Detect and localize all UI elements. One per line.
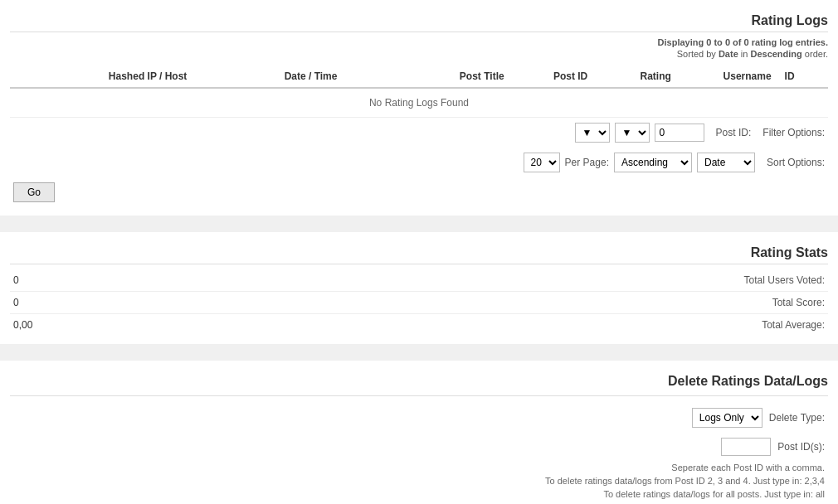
sort-options-label: Sort Options: [767,157,825,168]
total-users-voted-label: Total Users Voted: [744,274,825,286]
sort-field-label: Date [719,49,738,59]
total-users-voted-value: 0 [13,274,19,286]
post-id-filter-label: Post ID: [716,127,752,138]
divider-2 [0,352,838,361]
delete-ratings-section: Delete Ratings Data/Logs Logs Only All D… [0,361,838,504]
help-example1: To delete ratings data/logs from Post ID… [10,474,828,487]
sort-options-row: 20 Per Page: Ascending Descending Date P… [10,148,828,177]
delete-type-select[interactable]: Logs Only All [692,408,762,428]
rating-logs-title: Rating Logs [10,8,828,32]
filter-dropdown-1[interactable]: ▼ [575,123,610,143]
post-ids-input[interactable] [721,438,771,456]
per-page-label: Per Page: [565,157,609,168]
col-header-id: ID [778,65,828,88]
rating-stats-section: Rating Stats 0 Total Users Voted: 0 Tota… [0,232,838,344]
total-score-label: Total Score: [772,297,825,308]
display-0c: 0 [744,37,749,47]
delete-type-row: Logs Only All Delete Type: [10,403,828,433]
table-header-row: Hashed IP / Host Date / Time Post Title … [10,65,828,88]
post-id-filter-input[interactable] [655,124,704,142]
divider-1 [0,224,838,232]
sort-info: Sorted by Date in Descending order. [10,49,828,59]
help-example2: To delete ratings data/logs for all post… [10,487,828,501]
display-info: Displaying 0 to 0 of 0 rating log entrie… [10,37,828,47]
col-header-post-id: Post ID [511,65,595,88]
filter-options-row: ▼ ▼ Post ID: Filter Options: [10,118,828,148]
total-average-label: Total Average: [762,319,825,331]
stats-total-score-row: 0 Total Score: [10,292,828,314]
col-header-date-time: Date / Time [193,65,343,88]
col-header-hashed-ip: Hashed IP / Host [10,65,193,88]
stats-total-average-row: 0,00 Total Average: [10,314,828,336]
no-logs-message: No Rating Logs Found [10,88,828,118]
post-id-row: Post ID(s): [10,433,828,461]
help-separate: Seperate each Post ID with a comma. [10,461,828,474]
post-ids-label: Post ID(s): [777,441,825,453]
display-info-text: Displaying 0 to 0 of 0 rating log entrie… [658,37,828,47]
filter-dropdown-2[interactable]: ▼ [615,123,650,143]
total-average-value: 0,00 [13,319,32,331]
col-header-post-title: Post Title [343,65,510,88]
rating-stats-title: Rating Stats [10,240,828,264]
sort-order-label: Descending [750,49,801,59]
display-0a: 0 [706,37,711,47]
go-button[interactable]: Go [13,182,55,202]
col-header-username: Username [678,65,778,88]
rating-logs-section: Rating Logs Displaying 0 to 0 of 0 ratin… [0,0,838,216]
go-button-row: Go [10,177,828,207]
logs-table: Hashed IP / Host Date / Time Post Title … [10,65,828,118]
filter-options-label: Filter Options: [762,127,825,138]
delete-type-label: Delete Type: [769,412,825,424]
col-header-rating: Rating [594,65,678,88]
delete-ratings-title: Delete Ratings Data/Logs [10,369,828,396]
no-logs-row: No Rating Logs Found [10,88,828,118]
sort-field-select[interactable]: Date Post ID Rating [697,153,755,172]
page-wrapper: Rating Logs Displaying 0 to 0 of 0 ratin… [0,0,838,504]
order-select[interactable]: Ascending Descending [614,153,692,172]
display-0b: 0 [725,37,730,47]
total-score-value: 0 [13,297,19,308]
stats-total-users-row: 0 Total Users Voted: [10,269,828,292]
per-page-select[interactable]: 20 [524,153,560,172]
